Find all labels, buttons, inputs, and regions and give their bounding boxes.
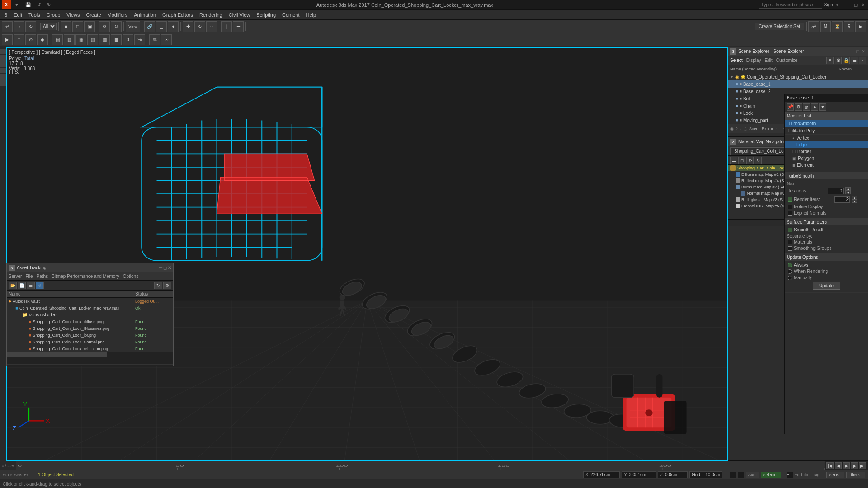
modifier-item-editpoly[interactable]: Editable Poly xyxy=(785,127,868,135)
menu-scripting[interactable]: Scripting xyxy=(254,11,278,19)
titlebar-undo[interactable]: ↺ xyxy=(37,2,41,7)
ep-polygon[interactable]: ▣ Polygon xyxy=(785,155,868,162)
tb2-spinner[interactable]: ⚖ xyxy=(149,34,160,45)
tb2-btn4[interactable]: ◆ xyxy=(37,34,48,45)
menu-create[interactable]: Create xyxy=(84,11,104,19)
modifier-object-name[interactable]: Base_case_1 xyxy=(785,94,868,102)
minimize-btn[interactable]: ─ xyxy=(845,2,852,8)
mirror-btn[interactable]: ∥ xyxy=(221,21,232,32)
titlebar-redo[interactable]: ↻ xyxy=(47,2,51,7)
tb2-btn8[interactable]: ▧ xyxy=(87,34,98,45)
curve-editor[interactable]: ⏳ xyxy=(832,21,843,32)
search-input[interactable] xyxy=(759,1,822,9)
timeline-track[interactable]: 0 50 100 150 200 xyxy=(16,461,825,470)
tb2-btn10[interactable]: ▩ xyxy=(111,34,122,45)
sign-in-btn[interactable]: Sign In xyxy=(824,2,838,7)
se-filter-icon[interactable]: ▼ xyxy=(826,57,834,64)
ts-render-up[interactable]: ▲ xyxy=(852,196,857,199)
at-tb-settings[interactable]: ⚙ xyxy=(163,282,171,289)
ts-section-header[interactable]: TurboSmooth xyxy=(785,172,868,179)
menu-rendering[interactable]: Rendering xyxy=(197,11,225,19)
at-menu-file[interactable]: File xyxy=(25,274,33,279)
lp-create[interactable] xyxy=(0,49,6,54)
ts-iter-down[interactable]: ▼ xyxy=(845,191,851,194)
unlink-btn[interactable]: ⎯ xyxy=(156,21,167,32)
modifier-item-turbosmooth[interactable]: TurboSmooth xyxy=(785,120,868,127)
se-close[interactable]: ✕ xyxy=(861,49,866,54)
ts-explicit-check[interactable] xyxy=(788,211,792,216)
mod-move-down-icon[interactable]: ▼ xyxy=(819,103,826,111)
menu-animation[interactable]: Animation xyxy=(131,11,159,19)
at-menu-bitmap[interactable]: Bitmap Performance and Memory xyxy=(52,274,119,279)
ts-render-iters-check[interactable] xyxy=(788,197,792,202)
at-row-ior[interactable]: ■ Shopping_Cart_Coin_Lock_ior.png Found xyxy=(7,332,173,338)
ts-update-header[interactable]: Update Options xyxy=(785,253,868,261)
at-tb-folder[interactable]: 📂 xyxy=(9,282,17,289)
tb2-btn9[interactable]: ▨ xyxy=(99,34,110,45)
tl-prev-frame[interactable]: ◀ xyxy=(835,462,842,469)
ts-smoothgroups-check[interactable] xyxy=(788,246,792,251)
tb2-percent[interactable]: % xyxy=(134,34,145,45)
se-select-btn[interactable]: Select xyxy=(730,58,743,63)
at-minimize[interactable]: ─ xyxy=(159,265,162,270)
x-input[interactable] xyxy=(590,472,618,477)
menu-3[interactable]: 3 xyxy=(2,11,10,19)
material-editor[interactable]: M xyxy=(820,21,831,32)
filters-btn[interactable]: Filters... xyxy=(846,472,865,478)
ts-iter-up[interactable]: ▲ xyxy=(845,187,851,191)
mod-pin-icon[interactable]: 📌 xyxy=(787,103,794,111)
selected-btn[interactable]: Selected xyxy=(761,472,781,478)
menu-edit[interactable]: Edit xyxy=(11,11,25,19)
ts-iterations-input[interactable] xyxy=(828,188,844,194)
link-btn[interactable]: 🔗 xyxy=(144,21,155,32)
select-region-btn[interactable]: ■ xyxy=(61,21,71,32)
ts-surface-header[interactable]: Surface Parameters xyxy=(785,218,868,225)
se-edit-btn[interactable]: Edit xyxy=(765,58,773,63)
at-row-maps[interactable]: 📁 Maps / Shaders xyxy=(7,311,173,318)
close-btn[interactable]: ✕ xyxy=(860,2,866,8)
menu-graph-editors[interactable]: Graph Editors xyxy=(160,11,196,19)
menu-civil-view[interactable]: Civil View xyxy=(226,11,253,19)
filter-select[interactable]: All xyxy=(40,23,57,30)
se-sort-icon[interactable]: ☰ xyxy=(851,57,858,64)
undo-btn[interactable]: ↺ xyxy=(99,21,110,32)
se-footer-icon2[interactable]: ◊ xyxy=(736,127,737,131)
tl-next-key[interactable]: ▶| xyxy=(859,462,866,469)
lp-modify[interactable] xyxy=(0,55,6,61)
select-tool[interactable]: ↵ xyxy=(2,21,13,32)
add-time-label[interactable]: Add Time Tag xyxy=(795,473,820,477)
menu-views[interactable]: Views xyxy=(64,11,82,19)
se-footer-icon3[interactable]: ○ xyxy=(739,127,741,131)
ep-element[interactable]: ◼ Element xyxy=(785,162,868,169)
at-menu-server[interactable]: Server xyxy=(9,274,22,279)
tb2-btn7[interactable]: ▦ xyxy=(75,34,86,45)
menu-group[interactable]: Group xyxy=(44,11,63,19)
rotate-tool[interactable]: ↻ xyxy=(25,21,36,32)
se-item-base1[interactable]: ■ ■ Base_case_1 ⋮ xyxy=(728,80,868,88)
ep-edge[interactable]: ⎯ Edge xyxy=(785,141,868,148)
menu-help[interactable]: Help xyxy=(303,11,319,19)
view-btn[interactable]: View xyxy=(126,21,140,32)
at-row-vault[interactable]: ● Autodesk Vault Logged Ou... xyxy=(7,298,173,305)
se-item-root[interactable]: ▼ ◉ 🌟 Coin_Operated_Shopping_Cart_Locker xyxy=(728,73,868,80)
at-row-diffuse[interactable]: ■ Shopping_Cart_Coin_Lock_diffuse.png Fo… xyxy=(7,318,173,325)
tb2-btn5[interactable]: ▤ xyxy=(52,34,63,45)
tb2-btn3[interactable]: ⊙ xyxy=(25,34,36,45)
at-row-gloss[interactable]: ■ Shopping_Cart_Coin_Lock_Glossines.png … xyxy=(7,325,173,332)
at-row-reflection[interactable]: ■ Shopping_Cart_Coin_Lock_reflection.png… xyxy=(7,345,173,352)
at-tb-refresh[interactable]: ↻ xyxy=(154,282,162,289)
at-row-maxfile[interactable]: ■ Coin_Operated_Shopping_Cart_Locker_max… xyxy=(7,305,173,311)
at-row-normal[interactable]: ■ Shopping_Cart_Coin_Lock_Normal.png Fou… xyxy=(7,338,173,345)
at-menu-paths[interactable]: Paths xyxy=(37,274,48,279)
at-tb-image[interactable]: ♧ xyxy=(36,282,44,289)
at-close[interactable]: ✕ xyxy=(168,265,171,270)
ep-vertex[interactable]: ● Vertex xyxy=(785,135,868,141)
maximize-btn[interactable]: ◻ xyxy=(853,2,859,8)
move-tool[interactable]: → xyxy=(14,21,24,32)
ts-render-iters-input[interactable] xyxy=(834,196,850,203)
ts-update-btn[interactable]: Update xyxy=(813,282,840,290)
auto-key-icon[interactable] xyxy=(738,472,744,478)
se-display-btn[interactable]: Display xyxy=(746,58,761,63)
menu-tools[interactable]: Tools xyxy=(26,11,43,19)
lp-display[interactable] xyxy=(0,74,6,80)
